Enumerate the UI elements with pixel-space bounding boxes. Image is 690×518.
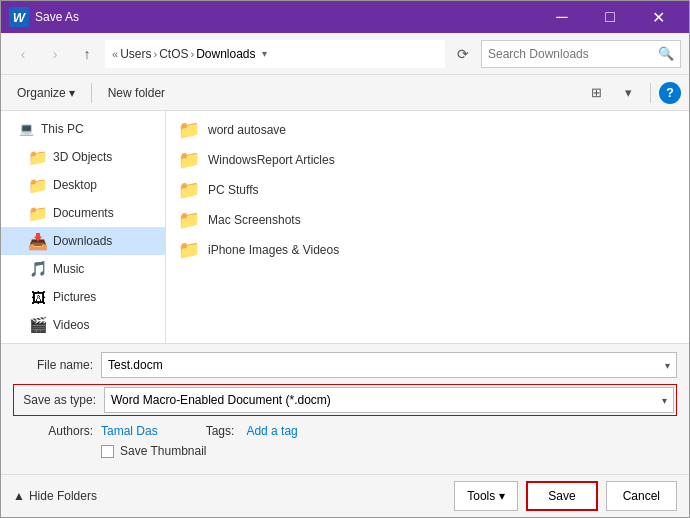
filetype-label: Save as type: (16, 393, 96, 407)
file-item-iphone-images[interactable]: 📁 iPhone Images & Videos (166, 235, 689, 265)
sidebar-label-videos: Videos (53, 318, 89, 332)
sidebar-item-downloads[interactable]: 📥 Downloads (1, 227, 165, 255)
file-name: word autosave (208, 123, 286, 137)
tools-dropdown-icon: ▾ (499, 489, 505, 503)
organize-dropdown-icon: ▾ (69, 86, 75, 100)
sidebar-label-downloads: Downloads (53, 234, 112, 248)
authors-row: Authors: Tamal Das Tags: Add a tag (13, 424, 677, 438)
tools-button[interactable]: Tools ▾ (454, 481, 518, 511)
filename-value: Test.docm (108, 358, 665, 372)
hide-folders-button[interactable]: ▲ Hide Folders (13, 489, 97, 503)
address-bar: ‹ › ↑ « Users › CtOS › Downloads ▾ ⟳ 🔍 (1, 33, 689, 75)
back-button[interactable]: ‹ (9, 40, 37, 68)
sidebar-label-pictures: Pictures (53, 290, 96, 304)
filetype-value: Word Macro-Enabled Document (*.docm) (111, 393, 662, 407)
music-icon: 🎵 (29, 260, 47, 278)
organize-button[interactable]: Organize ▾ (9, 80, 83, 106)
filename-dropdown-icon: ▾ (665, 360, 670, 371)
toolbar-separator-2 (650, 83, 651, 103)
folder-icon: 📁 (178, 119, 200, 141)
folder-icon: 📁 (178, 179, 200, 201)
window-controls: ─ □ ✕ (539, 1, 681, 33)
sidebar-item-3d-objects[interactable]: 📁 3D Objects (1, 143, 165, 171)
sidebar-item-pictures[interactable]: 🖼 Pictures (1, 283, 165, 311)
tags-label: Tags: (206, 424, 235, 438)
breadcrumb-downloads: Downloads (196, 47, 255, 61)
filename-row: File name: Test.docm ▾ (13, 352, 677, 378)
sidebar: 💻 This PC 📁 3D Objects 📁 Desktop 📁 Docum… (1, 111, 166, 343)
file-name: iPhone Images & Videos (208, 243, 339, 257)
filetype-dropdown-icon: ▾ (662, 395, 667, 406)
thumbnail-row: Save Thumbnail (13, 444, 677, 458)
sidebar-label-desktop: Desktop (53, 178, 97, 192)
maximize-button[interactable]: □ (587, 1, 633, 33)
folder-icon: 📁 (178, 209, 200, 231)
filetype-row: Save as type: Word Macro-Enabled Documen… (13, 384, 677, 416)
search-box[interactable]: 🔍 (481, 40, 681, 68)
sidebar-item-documents[interactable]: 📁 Documents (1, 199, 165, 227)
file-item-pc-stuffs[interactable]: 📁 PC Stuffs (166, 175, 689, 205)
folder-icon-documents: 📁 (29, 204, 47, 222)
window-title: Save As (35, 10, 539, 24)
refresh-button[interactable]: ⟳ (449, 40, 477, 68)
file-name: Mac Screenshots (208, 213, 301, 227)
up-button[interactable]: ↑ (73, 40, 101, 68)
title-bar: W Save As ─ □ ✕ (1, 1, 689, 33)
filename-label: File name: (13, 358, 93, 372)
toolbar: Organize ▾ New folder ⊞ ▾ ? (1, 75, 689, 111)
downloads-icon: 📥 (29, 232, 47, 250)
sidebar-label-this-pc: This PC (41, 122, 84, 136)
save-button[interactable]: Save (526, 481, 597, 511)
sidebar-item-videos[interactable]: 🎬 Videos (1, 311, 165, 339)
file-item-word-autosave[interactable]: 📁 word autosave (166, 115, 689, 145)
view-dropdown-button[interactable]: ▾ (614, 79, 642, 107)
breadcrumb-ctos: CtOS (159, 47, 188, 61)
videos-icon: 🎬 (29, 316, 47, 334)
hide-folders-icon: ▲ (13, 489, 25, 503)
app-icon: W (9, 7, 29, 27)
sidebar-item-music[interactable]: 🎵 Music (1, 255, 165, 283)
folder-icon: 📁 (178, 149, 200, 171)
filename-input[interactable]: Test.docm ▾ (101, 352, 677, 378)
hide-folders-label: Hide Folders (29, 489, 97, 503)
file-name: WindowsReport Articles (208, 153, 335, 167)
toolbar-separator (91, 83, 92, 103)
bottom-section: File name: Test.docm ▾ Save as type: Wor… (1, 343, 689, 474)
sidebar-label-documents: Documents (53, 206, 114, 220)
breadcrumb-prefix: « (112, 48, 118, 60)
pc-icon: 💻 (17, 120, 35, 138)
search-input[interactable] (488, 47, 654, 61)
minimize-button[interactable]: ─ (539, 1, 585, 33)
footer: ▲ Hide Folders Tools ▾ Save Cancel (1, 474, 689, 517)
authors-label: Authors: (13, 424, 93, 438)
breadcrumb-dropdown-icon: ▾ (262, 48, 267, 59)
authors-value[interactable]: Tamal Das (101, 424, 158, 438)
folder-icon-3d: 📁 (29, 148, 47, 166)
folder-icon: 📁 (178, 239, 200, 261)
breadcrumb-users: Users (120, 47, 151, 61)
sidebar-item-this-pc[interactable]: 💻 This PC (1, 115, 165, 143)
sidebar-label-music: Music (53, 262, 84, 276)
file-list: 📁 word autosave 📁 WindowsReport Articles… (166, 111, 689, 343)
footer-right: Tools ▾ Save Cancel (454, 481, 677, 511)
view-button[interactable]: ⊞ (582, 79, 610, 107)
cancel-button[interactable]: Cancel (606, 481, 677, 511)
main-content: 💻 This PC 📁 3D Objects 📁 Desktop 📁 Docum… (1, 111, 689, 343)
close-button[interactable]: ✕ (635, 1, 681, 33)
tags-value[interactable]: Add a tag (246, 424, 297, 438)
file-name: PC Stuffs (208, 183, 258, 197)
file-item-windowsreport[interactable]: 📁 WindowsReport Articles (166, 145, 689, 175)
sidebar-item-desktop[interactable]: 📁 Desktop (1, 171, 165, 199)
forward-button[interactable]: › (41, 40, 69, 68)
save-as-dialog: W Save As ─ □ ✕ ‹ › ↑ « Users › CtOS › D… (0, 0, 690, 518)
filetype-select[interactable]: Word Macro-Enabled Document (*.docm) ▾ (104, 387, 674, 413)
folder-icon-desktop: 📁 (29, 176, 47, 194)
new-folder-button[interactable]: New folder (100, 80, 173, 106)
search-icon: 🔍 (658, 46, 674, 61)
sidebar-label-3d-objects: 3D Objects (53, 150, 112, 164)
thumbnail-checkbox[interactable] (101, 445, 114, 458)
file-item-mac-screenshots[interactable]: 📁 Mac Screenshots (166, 205, 689, 235)
breadcrumb[interactable]: « Users › CtOS › Downloads ▾ (105, 40, 445, 68)
help-button[interactable]: ? (659, 82, 681, 104)
thumbnail-label: Save Thumbnail (120, 444, 207, 458)
